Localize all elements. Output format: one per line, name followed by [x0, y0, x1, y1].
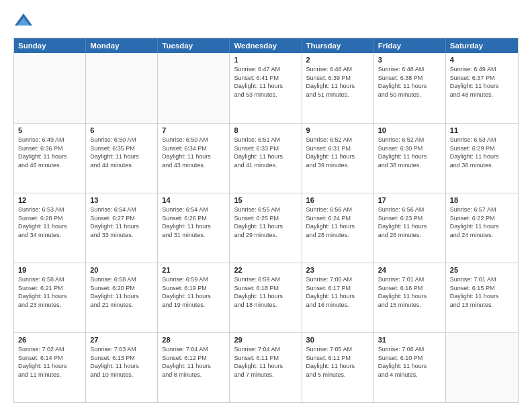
day-info: Sunrise: 6:52 AM Sunset: 6:31 PM Dayligh… — [306, 136, 369, 169]
day-number: 26 — [18, 336, 81, 344]
day-number: 28 — [162, 336, 225, 344]
day-number: 15 — [234, 196, 297, 204]
calendar-cell — [158, 53, 230, 123]
weekday-header: Saturday — [446, 38, 518, 53]
day-info: Sunrise: 6:54 AM Sunset: 6:27 PM Dayligh… — [90, 205, 153, 239]
day-number: 24 — [378, 266, 441, 274]
calendar-cell: 26Sunrise: 7:02 AM Sunset: 6:14 PM Dayli… — [14, 333, 86, 402]
weekday-header: Sunday — [14, 38, 86, 53]
day-number: 19 — [18, 266, 81, 274]
day-number: 13 — [90, 196, 153, 204]
day-number: 3 — [378, 56, 441, 64]
calendar-row: 5Sunrise: 6:49 AM Sunset: 6:36 PM Daylig… — [14, 123, 518, 193]
calendar-row: 1Sunrise: 6:47 AM Sunset: 6:41 PM Daylig… — [14, 53, 518, 123]
day-info: Sunrise: 6:52 AM Sunset: 6:30 PM Dayligh… — [378, 136, 441, 169]
day-info: Sunrise: 6:48 AM Sunset: 6:38 PM Dayligh… — [378, 65, 441, 99]
weekday-header: Thursday — [302, 38, 374, 53]
calendar-cell: 21Sunrise: 6:59 AM Sunset: 6:19 PM Dayli… — [158, 263, 230, 332]
calendar-cell: 8Sunrise: 6:51 AM Sunset: 6:33 PM Daylig… — [230, 124, 302, 193]
day-info: Sunrise: 6:49 AM Sunset: 6:37 PM Dayligh… — [450, 65, 514, 99]
day-number: 10 — [378, 126, 441, 134]
day-info: Sunrise: 7:03 AM Sunset: 6:13 PM Dayligh… — [90, 345, 153, 379]
calendar-cell: 13Sunrise: 6:54 AM Sunset: 6:27 PM Dayli… — [86, 193, 158, 263]
day-number: 29 — [234, 336, 297, 344]
day-info: Sunrise: 6:50 AM Sunset: 6:35 PM Dayligh… — [90, 136, 153, 169]
page-header — [13, 11, 519, 31]
calendar-cell: 2Sunrise: 6:48 AM Sunset: 6:39 PM Daylig… — [302, 53, 374, 123]
calendar-cell — [86, 53, 158, 123]
day-number: 4 — [450, 56, 514, 64]
day-info: Sunrise: 6:49 AM Sunset: 6:36 PM Dayligh… — [18, 136, 81, 169]
calendar-cell: 5Sunrise: 6:49 AM Sunset: 6:36 PM Daylig… — [14, 124, 86, 193]
day-number: 31 — [378, 336, 441, 344]
day-number: 25 — [450, 266, 514, 274]
day-info: Sunrise: 6:56 AM Sunset: 6:23 PM Dayligh… — [378, 205, 441, 239]
day-info: Sunrise: 6:48 AM Sunset: 6:39 PM Dayligh… — [306, 65, 369, 99]
day-number: 1 — [234, 56, 297, 64]
calendar-cell: 10Sunrise: 6:52 AM Sunset: 6:30 PM Dayli… — [374, 124, 446, 193]
day-info: Sunrise: 6:56 AM Sunset: 6:24 PM Dayligh… — [306, 205, 369, 239]
calendar-cell: 9Sunrise: 6:52 AM Sunset: 6:31 PM Daylig… — [302, 124, 374, 193]
calendar-cell: 3Sunrise: 6:48 AM Sunset: 6:38 PM Daylig… — [374, 53, 446, 123]
day-info: Sunrise: 6:57 AM Sunset: 6:22 PM Dayligh… — [450, 205, 514, 239]
calendar-body: 1Sunrise: 6:47 AM Sunset: 6:41 PM Daylig… — [14, 53, 518, 402]
day-info: Sunrise: 7:04 AM Sunset: 6:11 PM Dayligh… — [234, 345, 297, 379]
day-info: Sunrise: 6:51 AM Sunset: 6:33 PM Dayligh… — [234, 136, 297, 169]
calendar-cell: 18Sunrise: 6:57 AM Sunset: 6:22 PM Dayli… — [446, 193, 518, 263]
calendar-cell: 27Sunrise: 7:03 AM Sunset: 6:13 PM Dayli… — [86, 333, 158, 402]
calendar-cell: 16Sunrise: 6:56 AM Sunset: 6:24 PM Dayli… — [302, 193, 374, 263]
calendar-cell: 20Sunrise: 6:58 AM Sunset: 6:20 PM Dayli… — [86, 263, 158, 332]
day-number: 2 — [306, 56, 369, 64]
day-info: Sunrise: 7:01 AM Sunset: 6:15 PM Dayligh… — [450, 275, 514, 309]
day-info: Sunrise: 6:53 AM Sunset: 6:29 PM Dayligh… — [450, 136, 514, 169]
day-number: 14 — [162, 196, 225, 204]
day-info: Sunrise: 6:54 AM Sunset: 6:26 PM Dayligh… — [162, 205, 225, 239]
day-number: 11 — [450, 126, 514, 134]
day-number: 12 — [18, 196, 81, 204]
calendar-cell — [446, 333, 518, 402]
weekday-header: Tuesday — [158, 38, 230, 53]
calendar-cell: 7Sunrise: 6:50 AM Sunset: 6:34 PM Daylig… — [158, 124, 230, 193]
day-info: Sunrise: 6:59 AM Sunset: 6:18 PM Dayligh… — [234, 275, 297, 309]
calendar-cell — [14, 53, 86, 123]
day-info: Sunrise: 6:47 AM Sunset: 6:41 PM Dayligh… — [234, 65, 297, 99]
weekday-header: Friday — [374, 38, 446, 53]
day-info: Sunrise: 7:01 AM Sunset: 6:16 PM Dayligh… — [378, 275, 441, 309]
weekday-header: Wednesday — [230, 38, 302, 53]
calendar-cell: 11Sunrise: 6:53 AM Sunset: 6:29 PM Dayli… — [446, 124, 518, 193]
day-number: 8 — [234, 126, 297, 134]
calendar-cell: 30Sunrise: 7:05 AM Sunset: 6:11 PM Dayli… — [302, 333, 374, 402]
day-number: 17 — [378, 196, 441, 204]
day-number: 21 — [162, 266, 225, 274]
calendar-cell: 19Sunrise: 6:58 AM Sunset: 6:21 PM Dayli… — [14, 263, 86, 332]
calendar-cell: 1Sunrise: 6:47 AM Sunset: 6:41 PM Daylig… — [230, 53, 302, 123]
calendar-cell: 14Sunrise: 6:54 AM Sunset: 6:26 PM Dayli… — [158, 193, 230, 263]
day-number: 30 — [306, 336, 369, 344]
day-info: Sunrise: 6:50 AM Sunset: 6:34 PM Dayligh… — [162, 136, 225, 169]
day-info: Sunrise: 6:58 AM Sunset: 6:21 PM Dayligh… — [18, 275, 81, 309]
calendar-cell: 4Sunrise: 6:49 AM Sunset: 6:37 PM Daylig… — [446, 53, 518, 123]
day-number: 6 — [90, 126, 153, 134]
day-info: Sunrise: 6:59 AM Sunset: 6:19 PM Dayligh… — [162, 275, 225, 309]
calendar-cell: 15Sunrise: 6:55 AM Sunset: 6:25 PM Dayli… — [230, 193, 302, 263]
day-number: 27 — [90, 336, 153, 344]
calendar-cell: 17Sunrise: 6:56 AM Sunset: 6:23 PM Dayli… — [374, 193, 446, 263]
calendar-cell: 12Sunrise: 6:53 AM Sunset: 6:28 PM Dayli… — [14, 193, 86, 263]
calendar-cell: 24Sunrise: 7:01 AM Sunset: 6:16 PM Dayli… — [374, 263, 446, 332]
day-info: Sunrise: 6:58 AM Sunset: 6:20 PM Dayligh… — [90, 275, 153, 309]
calendar-cell: 29Sunrise: 7:04 AM Sunset: 6:11 PM Dayli… — [230, 333, 302, 402]
calendar-row: 26Sunrise: 7:02 AM Sunset: 6:14 PM Dayli… — [14, 332, 518, 402]
day-info: Sunrise: 6:55 AM Sunset: 6:25 PM Dayligh… — [234, 205, 297, 239]
calendar-cell: 22Sunrise: 6:59 AM Sunset: 6:18 PM Dayli… — [230, 263, 302, 332]
day-number: 18 — [450, 196, 514, 204]
day-number: 23 — [306, 266, 369, 274]
day-number: 9 — [306, 126, 369, 134]
day-number: 20 — [90, 266, 153, 274]
day-info: Sunrise: 7:06 AM Sunset: 6:10 PM Dayligh… — [378, 345, 441, 379]
logo — [13, 11, 36, 31]
weekday-header: Monday — [86, 38, 158, 53]
day-number: 22 — [234, 266, 297, 274]
calendar-header: SundayMondayTuesdayWednesdayThursdayFrid… — [14, 38, 518, 53]
day-info: Sunrise: 7:02 AM Sunset: 6:14 PM Dayligh… — [18, 345, 81, 379]
calendar-cell: 23Sunrise: 7:00 AM Sunset: 6:17 PM Dayli… — [302, 263, 374, 332]
